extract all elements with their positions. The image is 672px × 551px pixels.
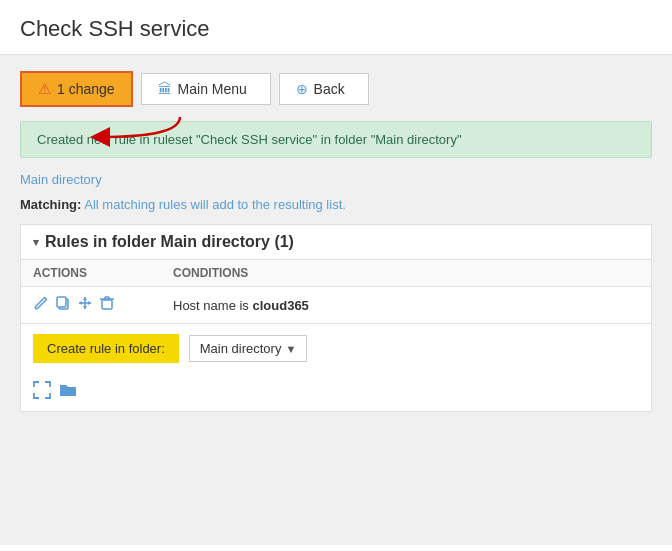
banner-message: Created new rule in ruleset "Check SSH s… (37, 132, 462, 147)
svg-marker-8 (88, 301, 91, 305)
toolbar: ⚠ 1 change 🏛 Main Menu ⊕ Back (20, 71, 652, 107)
action-icons (33, 295, 149, 315)
matching-text: Matching: All matching rules will add to… (20, 197, 652, 212)
folder-icon[interactable] (59, 382, 77, 402)
page-container: Check SSH service ⚠ 1 change 🏛 Main Menu… (0, 0, 672, 551)
warning-icon: ⚠ (38, 80, 51, 98)
back-label: Back (314, 81, 345, 97)
rules-section: ▾ Rules in folder Main directory (1) ACT… (20, 224, 652, 412)
row-condition: Host name is cloud365 (161, 287, 651, 324)
folder-select-label: Main directory (200, 341, 282, 356)
edit-icon[interactable] (33, 295, 49, 315)
matching-prefix: Matching: (20, 197, 81, 212)
rules-table: ACTIONS CONDITIONS (21, 260, 651, 323)
back-button[interactable]: ⊕ Back (279, 73, 369, 105)
create-rule-label: Create rule in folder: (47, 341, 165, 356)
copy-icon[interactable] (55, 295, 71, 315)
success-banner: Created new rule in ruleset "Check SSH s… (20, 121, 652, 158)
delete-icon[interactable] (99, 295, 115, 315)
main-menu-label: Main Menu (178, 81, 247, 97)
move-icon[interactable] (77, 295, 93, 315)
row-actions (21, 287, 161, 324)
changes-label: 1 change (57, 81, 115, 97)
svg-marker-6 (83, 306, 87, 309)
content-area: ⚠ 1 change 🏛 Main Menu ⊕ Back (0, 55, 672, 545)
svg-marker-7 (79, 301, 82, 305)
rules-title: Rules in folder Main directory (1) (45, 233, 294, 251)
breadcrumb-label: Main directory (20, 172, 102, 187)
changes-button[interactable]: ⚠ 1 change (20, 71, 133, 107)
dropdown-arrow-icon: ▼ (285, 343, 296, 355)
svg-rect-2 (57, 297, 66, 307)
folder-select[interactable]: Main directory ▼ (189, 335, 308, 362)
collapse-icon[interactable]: ▾ (33, 236, 39, 249)
svg-rect-9 (102, 300, 112, 309)
col-conditions: CONDITIONS (161, 260, 651, 287)
svg-marker-5 (83, 297, 87, 300)
table-row: Host name is cloud365 (21, 287, 651, 324)
breadcrumb[interactable]: Main directory (20, 172, 652, 187)
create-rule-row: Create rule in folder: Main directory ▼ (21, 323, 651, 373)
matching-highlight: All matching rules will add to the resul… (84, 197, 346, 212)
expand-icon[interactable] (33, 381, 51, 403)
table-header-row: ACTIONS CONDITIONS (21, 260, 651, 287)
col-actions: ACTIONS (21, 260, 161, 287)
condition-value: cloud365 (252, 298, 308, 313)
back-icon: ⊕ (296, 81, 308, 97)
menu-icon: 🏛 (158, 81, 172, 97)
rules-header: ▾ Rules in folder Main directory (1) (21, 225, 651, 260)
condition-text: Host name is cloud365 (173, 298, 309, 313)
page-header: Check SSH service (0, 0, 672, 55)
create-rule-button[interactable]: Create rule in folder: (33, 334, 179, 363)
bottom-icons (21, 373, 651, 411)
page-title: Check SSH service (20, 16, 652, 42)
main-menu-button[interactable]: 🏛 Main Menu (141, 73, 271, 105)
